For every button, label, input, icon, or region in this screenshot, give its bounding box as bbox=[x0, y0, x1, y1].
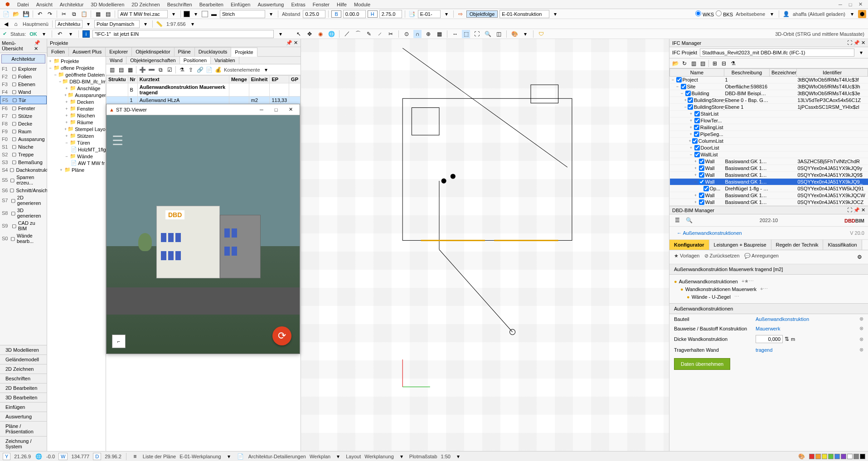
tab-explorer[interactable]: Explorer bbox=[105, 47, 132, 56]
tree-node[interactable]: 📄HolzMT_1flg bbox=[48, 146, 105, 153]
ifc-project-input[interactable] bbox=[700, 49, 854, 57]
tree-node[interactable]: −📁offene Projekte bbox=[48, 64, 105, 71]
ifc-row[interactable]: −BuildingDBD-BIM Beispielhaus3tBQWfoOb5f… bbox=[670, 90, 868, 97]
row-add-icon[interactable]: ➕ bbox=[138, 66, 146, 74]
list-icon[interactable]: ≡ bbox=[131, 452, 139, 461]
color-swatch[interactable] bbox=[841, 454, 846, 459]
user-icon[interactable]: 👤 bbox=[782, 10, 790, 18]
grid-icon[interactable]: ▦ bbox=[94, 10, 102, 18]
link-icon[interactable]: 🔗 bbox=[196, 66, 204, 74]
ifc-row[interactable]: −BuildingStoreyEbene 11jPCssxbSC1RSM_YHI… bbox=[670, 104, 868, 111]
view-3d-icon[interactable]: ◫ bbox=[495, 30, 503, 38]
tree-node[interactable]: +📁Fenster bbox=[48, 105, 105, 112]
3d-refresh-button[interactable]: ⟳ bbox=[272, 326, 291, 345]
color-swatch[interactable] bbox=[822, 454, 827, 459]
edit-tool-icon[interactable]: ✎ bbox=[365, 30, 373, 38]
ifc-row[interactable]: +WallBasiswand:GK 12.5:S...0SQYYex0n4JA5… bbox=[670, 172, 868, 179]
ifc-checkbox[interactable] bbox=[685, 91, 691, 96]
ifc-checkbox[interactable] bbox=[676, 77, 682, 82]
zoom-window-icon[interactable]: ⬚ bbox=[462, 30, 470, 38]
menu-3d-modellieren[interactable]: 3D Modellieren bbox=[87, 1, 128, 8]
ifc-refresh-icon[interactable]: ↻ bbox=[680, 59, 689, 68]
ifc-row[interactable]: −WallList bbox=[670, 151, 868, 158]
pos-col[interactable]: GP bbox=[289, 76, 301, 83]
arbeitsebene-dropdown-icon[interactable]: ▾ bbox=[768, 10, 776, 18]
3d-viewer-window[interactable]: ▲ ST 3D-Viewer ─ □ ✕ Optionen öffnen ☰ D… bbox=[106, 104, 300, 354]
fg-color-swatch[interactable] bbox=[184, 11, 190, 17]
dbd-vorlagen-action[interactable]: ★ Vorlagen bbox=[674, 253, 700, 261]
dbd-prop-delete-icon[interactable]: ⊗ bbox=[859, 336, 863, 342]
history-dropdown-icon[interactable]: ▾ bbox=[67, 30, 75, 38]
sheet-icon[interactable]: 📑 bbox=[408, 10, 416, 18]
dbd-tab-leistungenbaupreise[interactable]: Leistungen + Baupreise bbox=[709, 240, 771, 250]
ifc-checkbox[interactable] bbox=[694, 118, 700, 123]
col-del-icon[interactable]: ▦ bbox=[126, 66, 134, 74]
color-swatch[interactable] bbox=[809, 454, 815, 459]
dbd-bc-item[interactable]: ●Wände - U-Ziegel⋯ bbox=[674, 293, 863, 301]
arc-tool-icon[interactable]: ⌒ bbox=[354, 30, 362, 38]
pos-col[interactable]: EP bbox=[270, 76, 289, 83]
scale-dropdown-icon[interactable]: ▾ bbox=[189, 20, 197, 28]
color-swatch[interactable] bbox=[834, 454, 840, 459]
row-copy-icon[interactable]: ⧉ bbox=[156, 66, 165, 74]
bg-color-swatch[interactable] bbox=[202, 11, 208, 17]
ifc-row[interactable]: +FlowTer... bbox=[670, 117, 868, 124]
render-icon[interactable]: 🎨 bbox=[510, 30, 519, 38]
menu-beschriften[interactable]: Beschriften bbox=[164, 1, 196, 8]
bottom-btn-dzeichnen[interactable]: 2D Zeichnen bbox=[0, 364, 47, 374]
ifc-checkbox[interactable] bbox=[699, 193, 704, 198]
snap-dropdown-icon[interactable]: ▾ bbox=[141, 20, 150, 28]
pos-col[interactable]: Nr bbox=[128, 76, 137, 83]
menu-2d-zeichnen[interactable]: 2D Zeichnen bbox=[128, 1, 163, 8]
panel-pin-icon[interactable]: 📌 ✕ bbox=[34, 40, 45, 52]
row-del-icon[interactable]: ➖ bbox=[147, 66, 155, 74]
shortcut-treppe[interactable]: S2▢Treppe bbox=[0, 150, 47, 158]
dbd-prop-value[interactable]: Mauerwerk bbox=[756, 326, 780, 331]
3d-viewer-close-icon[interactable]: ✕ bbox=[284, 105, 297, 114]
positions-table[interactable]: StruktuNrKurztextMengeEinheitEPGP BAußen… bbox=[106, 75, 301, 104]
ifc-checkbox[interactable] bbox=[694, 111, 700, 116]
line-dropdown-icon[interactable]: ▾ bbox=[267, 10, 275, 18]
palette-icon[interactable]: 🎨 bbox=[797, 452, 805, 461]
projects-panel-controls[interactable]: 📌 ✕ bbox=[286, 40, 298, 46]
3d-viewer-min-icon[interactable]: ─ bbox=[255, 105, 268, 114]
tree-node[interactable]: −📁DBD-BIM_ifc_Impor bbox=[48, 78, 105, 85]
werkplan-dropdown-icon[interactable]: ▾ bbox=[334, 452, 342, 461]
menu-hilfe[interactable]: Hilfe bbox=[333, 1, 350, 8]
tab-projekte[interactable]: Projekte bbox=[231, 48, 257, 57]
snap-center-icon[interactable]: ⊕ bbox=[424, 30, 432, 38]
zoom-extent-icon[interactable]: ⛶ bbox=[473, 30, 481, 38]
shortcut-bemaung[interactable]: S3▢Bemaßung bbox=[0, 158, 47, 166]
color-swatch[interactable] bbox=[815, 454, 821, 459]
axis-widget[interactable]: ⌐ bbox=[112, 335, 126, 348]
tree-node[interactable]: +📁Stützen bbox=[48, 132, 105, 139]
back-icon[interactable]: ◀ bbox=[2, 20, 10, 28]
bottom-btn-dbearbeiten[interactable]: 2D Bearbeiten bbox=[0, 383, 47, 393]
doc-icon[interactable]: 📄 bbox=[205, 66, 213, 74]
dbd-prop-input[interactable] bbox=[756, 335, 783, 343]
msg-dropdown-icon[interactable]: ▾ bbox=[276, 30, 285, 38]
dbd-bc-item[interactable]: ●Außenwandkonstruktionen+★⋯ bbox=[674, 277, 863, 285]
color-swatch[interactable] bbox=[828, 454, 834, 459]
tab-drucklayouts[interactable]: Drucklayouts bbox=[194, 47, 232, 56]
h-input[interactable] bbox=[379, 10, 402, 18]
objektfolge-icon[interactable]: ⇨ bbox=[456, 10, 465, 18]
undo-icon[interactable]: ↶ bbox=[36, 10, 44, 18]
dbd-prop-value[interactable]: Außenwandkonstruktion bbox=[756, 316, 809, 322]
plan-dropdown-icon[interactable]: ▾ bbox=[225, 452, 233, 461]
ifc-col-id[interactable]: Identifier bbox=[797, 69, 868, 77]
ifc-checkbox[interactable] bbox=[694, 125, 699, 130]
shortcut-decke[interactable]: F8▢Decke bbox=[0, 120, 47, 127]
redo-icon[interactable]: ↷ bbox=[46, 10, 54, 18]
werkplan-label[interactable]: Werkplan bbox=[310, 454, 330, 459]
dbd-reset-action[interactable]: ⊘ Zurücksetzen bbox=[704, 253, 740, 261]
menu-auswertung[interactable]: Auswertung bbox=[254, 1, 287, 8]
subtab-positionen[interactable]: Positionen bbox=[180, 57, 211, 64]
ifc-tree2-icon[interactable]: ▤ bbox=[698, 59, 707, 68]
home-icon[interactable]: ⌂ bbox=[12, 20, 20, 28]
line-tool-icon[interactable]: ／ bbox=[343, 30, 351, 38]
bottom-btn-auswertung[interactable]: Auswertung bbox=[0, 412, 47, 421]
cut-tool-icon[interactable]: ✂ bbox=[387, 30, 395, 38]
ifc-row[interactable]: +RailingList bbox=[670, 124, 868, 131]
tree-node[interactable]: +📁Räume bbox=[48, 119, 105, 126]
